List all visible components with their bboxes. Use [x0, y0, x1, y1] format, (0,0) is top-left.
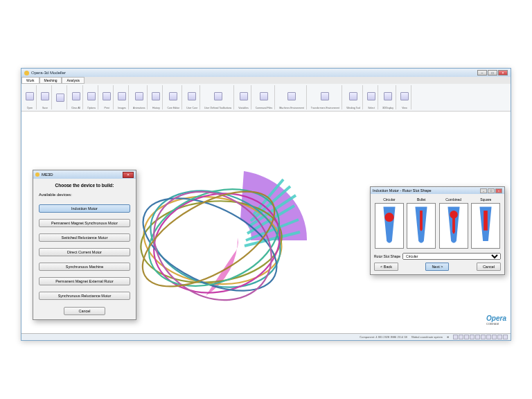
- ribbon-label: Print: [105, 107, 109, 109]
- ribbon-icon[interactable]: [26, 92, 34, 100]
- next-button[interactable]: Next >: [425, 263, 449, 271]
- device-option[interactable]: Permanent Magnet Synchronous Motor: [39, 219, 130, 227]
- sb-icon[interactable]: [497, 335, 502, 339]
- ribbon-group: Select: [365, 85, 378, 109]
- ribbon-label: User Core: [186, 107, 197, 109]
- ribbon-group: 3DDisplay: [380, 85, 396, 109]
- ribbon-icon[interactable]: [214, 92, 222, 100]
- me3d-titlebar: ME3D ×: [33, 170, 136, 179]
- device-option[interactable]: Synchronous Machine: [39, 263, 130, 271]
- me3d-title: ME3D: [42, 172, 53, 177]
- device-option[interactable]: Induction Motor: [39, 204, 130, 213]
- sb-icon[interactable]: [459, 335, 463, 339]
- app-icon: [24, 71, 29, 76]
- back-button[interactable]: < Back: [374, 263, 398, 271]
- ribbon: OpenSaveClear AllOptionsPrintImagesAnima…: [21, 84, 511, 112]
- main-window: Opera-3d Modeller – □ × Work Meshing Ana…: [21, 68, 511, 341]
- minimize-button[interactable]: –: [477, 70, 487, 76]
- close-button[interactable]: ×: [498, 70, 508, 76]
- slot-shape-option[interactable]: Circular: [374, 197, 405, 249]
- window-title: Opera-3d Modeller: [31, 71, 66, 75]
- ribbon-icon[interactable]: [118, 92, 126, 100]
- ribbon-label: Variables: [238, 107, 248, 109]
- me3d-icon: [35, 172, 39, 177]
- ribbon-group: User Core: [184, 85, 200, 109]
- ribbon-icon[interactable]: [321, 92, 329, 100]
- ribbon-icon[interactable]: [188, 92, 196, 100]
- ribbon-group: Clear All: [69, 85, 83, 109]
- ribbon-icon[interactable]: [260, 92, 268, 100]
- ribbon-group: View: [398, 85, 411, 109]
- ribbon-group: User Defined Toolbuttons: [202, 85, 234, 109]
- shape-preview: [375, 203, 404, 249]
- status-coords: Global coordinate system: [411, 335, 443, 339]
- device-option[interactable]: Switched Reluctance Motor: [39, 233, 130, 242]
- shape-label: Circular: [383, 197, 395, 202]
- viewport-3d[interactable]: ME3D × Choose the device to build: Avail…: [21, 112, 511, 333]
- shape-preview: [439, 203, 468, 249]
- ribbon-icon[interactable]: [287, 92, 296, 100]
- ribbon-label: History: [152, 107, 160, 109]
- sb-icon[interactable]: [470, 335, 475, 339]
- maximize-button[interactable]: □: [488, 70, 497, 76]
- me3d-close-button[interactable]: ×: [123, 172, 134, 178]
- ribbon-group: History: [150, 85, 163, 109]
- ribbon-label: Options: [87, 107, 96, 109]
- shape-preview: [471, 203, 500, 249]
- status-icons: [453, 335, 508, 339]
- ribbon-group: Winding Tool: [344, 85, 363, 109]
- statusbar: Component: 4 301 2328 3986 2114 18 Globa…: [21, 333, 511, 340]
- ribbon-icon[interactable]: [56, 94, 64, 102]
- slot-shape-select[interactable]: Circular: [402, 253, 501, 260]
- ribbon-icon[interactable]: [152, 92, 160, 100]
- sb-icon[interactable]: [464, 335, 469, 339]
- sb-icon[interactable]: [481, 335, 486, 339]
- slot-shape-dialog: Induction Motor - Rotor Slot Shape – □ ×…: [370, 186, 505, 275]
- status-coord-icon: ⊕: [447, 335, 449, 339]
- ribbon-icon[interactable]: [41, 92, 49, 100]
- tab-analysis[interactable]: Analysis: [62, 77, 85, 84]
- ribbon-icon[interactable]: [384, 92, 392, 100]
- ribbon-group: Core Editor: [165, 85, 182, 109]
- ribbon-icon[interactable]: [72, 92, 80, 100]
- tab-meshing[interactable]: Meshing: [39, 77, 62, 84]
- ribbon-group: Options: [85, 85, 98, 109]
- sb-icon[interactable]: [453, 335, 458, 339]
- device-option[interactable]: Permanent Magnet External Rotor: [39, 277, 130, 285]
- slot-shape-option[interactable]: Bullet: [407, 197, 437, 249]
- me3d-cancel-button[interactable]: Cancel: [64, 307, 105, 315]
- ribbon-icon[interactable]: [135, 92, 143, 100]
- device-option[interactable]: Direct Current Motor: [39, 248, 130, 256]
- sb-icon[interactable]: [492, 335, 497, 339]
- ribbon-icon[interactable]: [367, 92, 375, 100]
- ribbon-label: Clear All: [71, 107, 80, 109]
- slot-min-button[interactable]: –: [480, 188, 487, 193]
- sb-icon[interactable]: [475, 335, 480, 339]
- slot-shape-option[interactable]: Combined: [438, 197, 469, 249]
- ribbon-icon[interactable]: [349, 92, 357, 100]
- sb-icon[interactable]: [503, 335, 508, 339]
- ribbon-group: Transformers Environment: [309, 85, 342, 109]
- ribbon-icon[interactable]: [169, 92, 177, 100]
- ribbon-icon[interactable]: [400, 92, 409, 100]
- ribbon-icon[interactable]: [240, 92, 248, 100]
- slot-cancel-button[interactable]: Cancel: [477, 263, 501, 271]
- ribbon-group: Animations: [131, 85, 148, 109]
- sb-icon[interactable]: [486, 335, 491, 339]
- ribbon-label: Machines Environment: [279, 107, 304, 109]
- tab-work[interactable]: Work: [21, 77, 39, 84]
- device-option[interactable]: Synchronous Reluctance Motor: [39, 292, 130, 300]
- me3d-heading: Choose the device to build:: [39, 183, 130, 188]
- shape-label: Square: [480, 197, 491, 202]
- ribbon-icon[interactable]: [87, 92, 96, 100]
- slot-shape-option[interactable]: Square: [471, 197, 502, 249]
- svg-point-14: [384, 213, 393, 222]
- ribbon-tabs: Work Meshing Analysis: [21, 77, 511, 84]
- ribbon-icon[interactable]: [103, 92, 111, 100]
- ribbon-label: Open: [27, 107, 33, 109]
- svg-rect-16: [484, 211, 488, 231]
- slot-max-button[interactable]: □: [488, 188, 495, 193]
- ribbon-group: [54, 85, 67, 109]
- status-component: Component: 4 301 2328 3986 2114 18: [360, 335, 407, 339]
- slot-close-button[interactable]: ×: [495, 188, 502, 193]
